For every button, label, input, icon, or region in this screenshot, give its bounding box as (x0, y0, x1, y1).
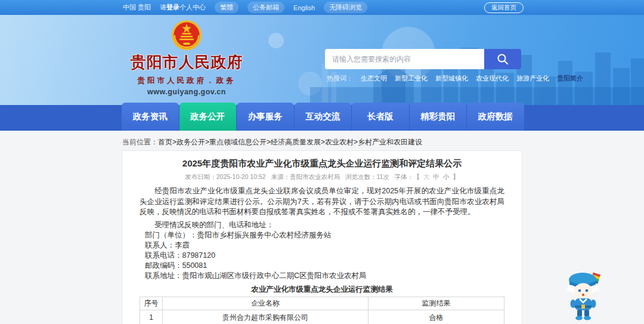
article-title: 2025年度贵阳市农业产业化市级重点龙头企业运行监测和评定结果公示 (140, 158, 504, 169)
link-china-guiyang[interactable]: 中国 贵阳 (123, 3, 151, 12)
contact-address: 联系地址：贵阳市观山湖区市级行政中心二期C区贵阳市农业农村局 (140, 271, 504, 281)
nav-tab-jingcai-guiyang[interactable]: 精彩贵阳 (410, 103, 467, 131)
nav-tab-hudong-jiaoliu[interactable]: 互动交流 (295, 103, 352, 131)
company-name: 贵州合力超市采购有限公司 (163, 310, 369, 324)
breadcrumb-label: 当前位置： (122, 138, 158, 146)
font-size-small-button[interactable]: 小 (443, 173, 450, 180)
search-input[interactable] (325, 49, 484, 69)
font-size-label-end: 】 (453, 173, 459, 180)
link-accessibility[interactable]: 无障碍浏览 (324, 2, 367, 13)
hot-word-2[interactable]: 新型工业化 (395, 74, 428, 83)
nav-tab-zhengwu-gongkai[interactable]: 政务公开 (179, 103, 237, 131)
top-utility-bar: 中国 贵阳 请登录个人中心 繁體 公务邮箱 English 无障碍浏览 返回首页 (0, 0, 644, 15)
search-icon (496, 53, 509, 66)
contact-info: 部门（单位）：贵阳市乡村振兴服务中心农村经济服务站 联系人：李霞 联系电话：87… (140, 230, 504, 281)
breadcrumb-path[interactable]: 首页>政务公开>重点领域信息公开>经济高质量发展>农业农村>乡村产业和农田建设 (158, 138, 422, 146)
link-login-personal-center[interactable]: 请登录个人中心 (160, 3, 206, 12)
mascot-assistant[interactable] (563, 270, 606, 323)
nav-tab-zhangzheban[interactable]: 长者版 (352, 103, 409, 131)
col-header-result: 监测结果 (369, 297, 504, 310)
site-title: 贵阳市人民政府 (122, 52, 252, 73)
col-header-index: 序号 (140, 297, 163, 310)
font-size-medium-button[interactable]: 中 (433, 173, 439, 180)
table-caption: 农业产业化市级重点龙头企业运行监测结果 (140, 285, 504, 295)
hot-search-label: 热搜词： (327, 74, 353, 83)
monitor-result: 合格 (369, 310, 504, 324)
main-nav: 政务资讯 政务公开 办事服务 互动交流 长者版 精彩贵阳 政府数据 (0, 105, 644, 131)
hot-word-3[interactable]: 新型城镇化 (435, 74, 468, 83)
national-emblem-icon (171, 20, 202, 51)
search-button[interactable] (484, 49, 521, 69)
hot-word-1[interactable]: 生态文明 (361, 74, 387, 83)
site-logo[interactable]: 贵阳市人民政府 贵阳市人民政府．政务 www.guiyang.gov.cn (122, 20, 252, 96)
article-meta: 发布日期：2025-10-20 10:52 来源：贵阳市农业农村局 浏览次数：1… (140, 173, 504, 181)
page: 中国 贵阳 请登录个人中心 繁體 公务邮箱 English 无障碍浏览 返回首页 (0, 0, 644, 324)
view-count: 浏览次数：11次 (345, 173, 389, 180)
contact-department: 部门（单位）：贵阳市乡村振兴服务中心农村经济服务站 (140, 230, 504, 240)
decor-bokeh (268, 33, 284, 48)
link-english[interactable]: English (293, 4, 315, 11)
hot-search-row: 热搜词： 生态文明 新型工业化 新型城镇化 农业现代化 旅游产业化 贵阳简介 (327, 74, 583, 83)
contact-postcode: 邮政编码：550081 (140, 261, 504, 271)
contact-person: 联系人：李霞 (140, 240, 504, 251)
monitoring-result-table: 序号 企业名称 监测结果 1 贵州合力超市采购有限公司 合格 2 贵州友禾种业有… (140, 297, 504, 324)
font-size-label: 字体：【 (395, 173, 420, 180)
hot-word-5[interactable]: 旅游产业化 (516, 74, 549, 83)
login-bold-text: 登录 (166, 4, 179, 11)
contact-phone: 联系电话：87987120 (140, 251, 504, 261)
back-home-button[interactable]: 返回首页 (484, 2, 524, 13)
publish-date: 发布日期：2025-10-20 10:52 (185, 173, 265, 180)
article-card: 2025年度贵阳市农业产业化市级重点龙头企业运行监测和评定结果公示 发布日期：2… (122, 150, 522, 324)
article-paragraph-1: 经贵阳市农业产业化市级重点龙头企业联席会议成员单位审定，现对2025年开展的农业… (140, 186, 504, 218)
link-traditional-chinese[interactable]: 繁體 (215, 2, 239, 13)
mascot-icon (563, 270, 606, 321)
breadcrumb: 当前位置：首页>政务公开>重点领域信息公开>经济高质量发展>农业农村>乡村产业和… (122, 137, 422, 147)
cityscape-decoration (310, 35, 644, 105)
table-row: 1 贵州合力超市采购有限公司 合格 (140, 310, 504, 324)
site-subtitle: 贵阳市人民政府．政务 (122, 76, 252, 86)
row-index: 1 (140, 310, 163, 324)
nav-tab-banshi-fuwu[interactable]: 办事服务 (237, 103, 294, 131)
site-header: 贵阳市人民政府 贵阳市人民政府．政务 www.guiyang.gov.cn 热搜… (0, 15, 644, 105)
table-header-row: 序号 企业名称 监测结果 (140, 297, 504, 310)
font-size-large-button[interactable]: 大 (423, 173, 430, 180)
nav-tab-zhengwu-zixun[interactable]: 政务资讯 (122, 103, 179, 131)
site-url: www.guiyang.gov.cn (122, 88, 252, 96)
article-source: 来源：贵阳市农业农村局 (271, 173, 340, 180)
hot-word-4[interactable]: 农业现代化 (476, 74, 509, 83)
login-text-post: 个人中心 (179, 4, 206, 11)
site-search (325, 49, 521, 69)
link-official-mail[interactable]: 公务邮箱 (247, 2, 284, 13)
article-paragraph-2: 受理情况反映的部门、电话和地址： (140, 220, 504, 231)
hot-word-guiyang-intro[interactable]: 贵阳简介 (557, 74, 583, 83)
nav-tab-zhengfu-shuju[interactable]: 政府数据 (467, 103, 524, 131)
login-text: 请 (160, 4, 166, 11)
col-header-company: 企业名称 (163, 297, 369, 310)
